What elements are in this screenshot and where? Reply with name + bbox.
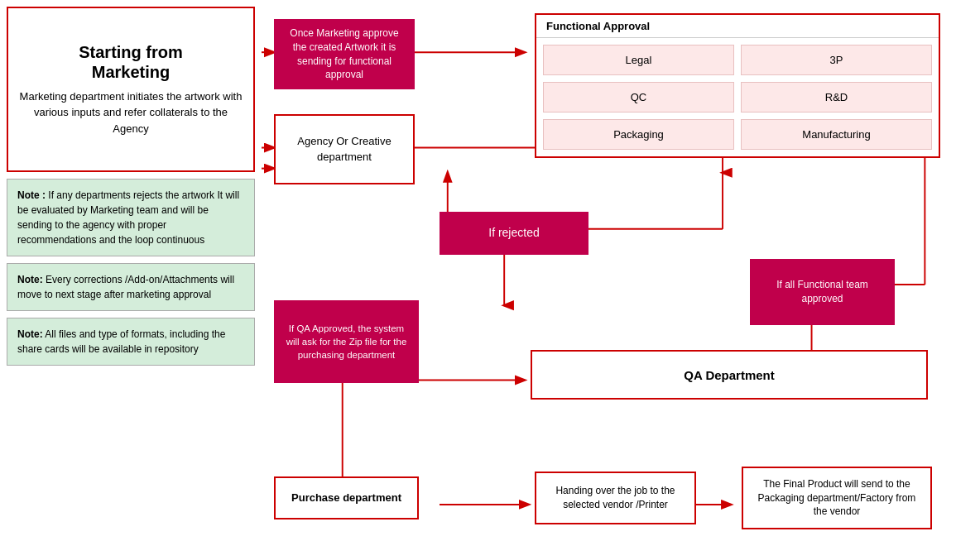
qa-approved-zip-box: If QA Approved, the system will ask for … bbox=[274, 300, 419, 383]
qa-department-text: QA Department bbox=[684, 366, 774, 384]
marketing-box: Starting from Marketing Marketing depart… bbox=[7, 7, 255, 172]
functional-cell-legal: Legal bbox=[543, 45, 734, 75]
if-rejected-text: If rejected bbox=[488, 225, 539, 242]
if-rejected-box: If rejected bbox=[440, 212, 588, 255]
left-sidebar: Starting from Marketing Marketing depart… bbox=[7, 7, 255, 536]
note-label-3: Note: bbox=[17, 328, 43, 340]
note-box-2: Note: Every corrections /Add-on/Attachme… bbox=[7, 263, 255, 311]
handing-over-text: Handing over the job to the selected ven… bbox=[543, 484, 688, 512]
marketing-approve-text: Once Marketing approve the created Artwo… bbox=[282, 26, 406, 82]
if-all-functional-box: If all Functional team approved bbox=[750, 259, 895, 325]
functional-cell-manufacturing: Manufacturing bbox=[741, 119, 932, 150]
agency-creative-text: Agency Or Creative department bbox=[282, 134, 406, 164]
purchase-department-box: Purchase department bbox=[274, 476, 419, 519]
diagram-container: Starting from Marketing Marketing depart… bbox=[0, 0, 980, 541]
final-product-text: The Final Product will send to the Packa… bbox=[750, 477, 924, 519]
note-text-3: All files and type of formats, including… bbox=[17, 328, 225, 355]
marketing-title-line1: Starting from bbox=[18, 42, 243, 62]
handing-over-box: Handing over the job to the selected ven… bbox=[535, 472, 696, 524]
marketing-approve-box: Once Marketing approve the created Artwo… bbox=[274, 19, 415, 89]
functional-cell-qc: QC bbox=[543, 82, 734, 113]
note-box-1: Note : If any departments rejects the ar… bbox=[7, 179, 255, 256]
final-product-box: The Final Product will send to the Packa… bbox=[742, 467, 932, 529]
functional-cell-rnd: R&D bbox=[741, 82, 932, 113]
functional-cell-3p: 3P bbox=[741, 45, 932, 75]
functional-approval-group: Functional Approval Legal 3P QC R&D Pack… bbox=[535, 13, 940, 158]
note-label-2: Note: bbox=[17, 274, 43, 285]
note-label-1: Note : bbox=[17, 189, 46, 201]
if-all-functional-text: If all Functional team approved bbox=[758, 278, 886, 306]
functional-approval-title: Functional Approval bbox=[536, 15, 939, 38]
purchase-department-text: Purchase department bbox=[291, 491, 401, 505]
main-flow: Once Marketing approve the created Artwo… bbox=[262, 7, 973, 536]
marketing-title-line2: Marketing bbox=[18, 62, 243, 82]
note-box-3: Note: All files and type of formats, inc… bbox=[7, 318, 255, 366]
qa-approved-zip-text: If QA Approved, the system will ask for … bbox=[282, 322, 411, 361]
note-text-2: Every corrections /Add-on/Attachments wi… bbox=[17, 274, 234, 300]
qa-department-box: QA Department bbox=[531, 350, 928, 400]
functional-grid: Legal 3P QC R&D Packaging Manufacturing bbox=[536, 38, 939, 156]
note-text-1: If any departments rejects the artwork I… bbox=[17, 189, 239, 246]
agency-creative-box: Agency Or Creative department bbox=[274, 114, 415, 184]
functional-cell-packaging: Packaging bbox=[543, 119, 734, 150]
marketing-description: Marketing department initiates the artwo… bbox=[18, 89, 243, 137]
